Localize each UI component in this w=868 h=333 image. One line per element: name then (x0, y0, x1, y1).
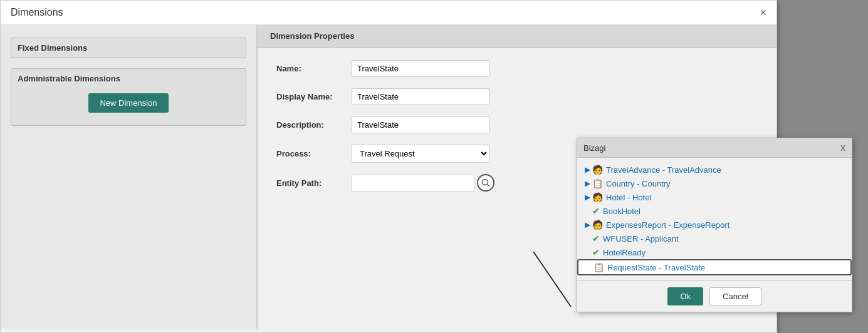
dim-properties-header: Dimension Properties (258, 25, 776, 48)
main-dialog-close-button[interactable]: × (760, 7, 766, 18)
bizagi-tree: ▶ 🧑 TravelAdvance - TravelAdvance ▶ 📋 Co… (577, 158, 852, 281)
svg-point-0 (483, 180, 488, 185)
tree-item-label: BookHotel (603, 207, 641, 216)
main-dialog-title: Dimensions (11, 7, 63, 18)
list-item[interactable]: ▶ 🧑 Hotel - Hotel (577, 190, 852, 204)
fixed-dimensions-label: Fixed Dimensions (18, 43, 87, 53)
list-icon: 📋 (592, 178, 603, 188)
entity-path-search-button[interactable] (477, 174, 494, 192)
list-item[interactable]: ▶ 🧑 TravelAdvance - TravelAdvance (577, 163, 852, 177)
bizagi-footer: Ok Cancel (577, 281, 852, 312)
entity-path-container (352, 174, 494, 192)
svg-line-2 (533, 252, 571, 307)
check-icon: ✔ (592, 233, 600, 243)
list-item[interactable]: ▶ ✔ HotelReady (577, 245, 852, 259)
list-item-selected[interactable]: ▶ 📋 RequestState - TravelState (577, 259, 852, 275)
check-icon: ✔ (592, 247, 600, 257)
tree-item-label: RequestState - TravelState (607, 263, 705, 272)
tree-item-label: Country - Country (606, 179, 671, 188)
tree-expand-icon: ▶ (585, 193, 590, 202)
person-icon: 🧑 (592, 165, 603, 175)
tree-expand-icon: ▶ (585, 166, 590, 174)
left-panel: Fixed Dimensions Administrable Dimension… (1, 25, 258, 329)
display-name-label: Display Name: (276, 92, 352, 101)
name-input[interactable] (352, 60, 489, 77)
tree-expand-icon: ▶ (585, 221, 590, 229)
tree-item-label: Hotel - Hotel (606, 193, 651, 202)
list-item[interactable]: ▶ ✔ WFUSER - Applicant (577, 232, 852, 245)
person-icon: 🧑 (592, 220, 603, 230)
tree-item-label: ExpensesReport - ExpenseReport (606, 220, 729, 230)
list-icon: 📋 (593, 262, 604, 272)
process-label: Process: (276, 149, 352, 158)
tree-expand-icon: ▶ (585, 180, 590, 188)
entity-path-input[interactable] (352, 175, 474, 192)
person-icon: 🧑 (592, 192, 603, 202)
display-name-row: Display Name: (276, 88, 758, 105)
name-label: Name: (276, 64, 352, 73)
list-item[interactable]: ▶ ✔ BookHotel (577, 204, 852, 218)
check-icon: ✔ (592, 206, 600, 216)
list-item[interactable]: ▶ 📋 Country - Country (577, 177, 852, 190)
bizagi-title: Bizagi (583, 143, 605, 153)
tree-item-label: HotelReady (603, 248, 646, 257)
admin-dimensions-label: Administrable Dimensions (18, 74, 120, 83)
admin-dimensions-section: Administrable Dimensions New Dimension (11, 68, 246, 126)
bizagi-close-button[interactable]: x (840, 142, 845, 153)
bizagi-titlebar: Bizagi x (577, 138, 852, 158)
search-icon (481, 178, 490, 187)
bizagi-ok-button[interactable]: Ok (667, 287, 703, 305)
description-label: Description: (276, 120, 352, 130)
main-dialog-titlebar: Dimensions × (1, 1, 776, 25)
tree-item-label: TravelAdvance - TravelAdvance (606, 165, 721, 175)
name-row: Name: (276, 60, 758, 77)
process-select[interactable]: Travel Request (352, 145, 489, 163)
bizagi-popup: Bizagi x ▶ 🧑 TravelAdvance - TravelAdvan… (577, 138, 852, 312)
fixed-dimensions-section: Fixed Dimensions (11, 38, 246, 58)
entity-path-label: Entity Path: (276, 178, 352, 188)
new-dimension-button[interactable]: New Dimension (88, 93, 168, 113)
bizagi-cancel-button[interactable]: Cancel (709, 287, 761, 305)
description-row: Description: (276, 116, 758, 133)
display-name-input[interactable] (352, 88, 489, 105)
svg-line-1 (488, 185, 490, 187)
description-input[interactable] (352, 116, 489, 133)
list-item[interactable]: ▶ 🧑 ExpensesReport - ExpenseReport (577, 218, 852, 232)
tree-item-label: WFUSER - Applicant (603, 234, 679, 243)
